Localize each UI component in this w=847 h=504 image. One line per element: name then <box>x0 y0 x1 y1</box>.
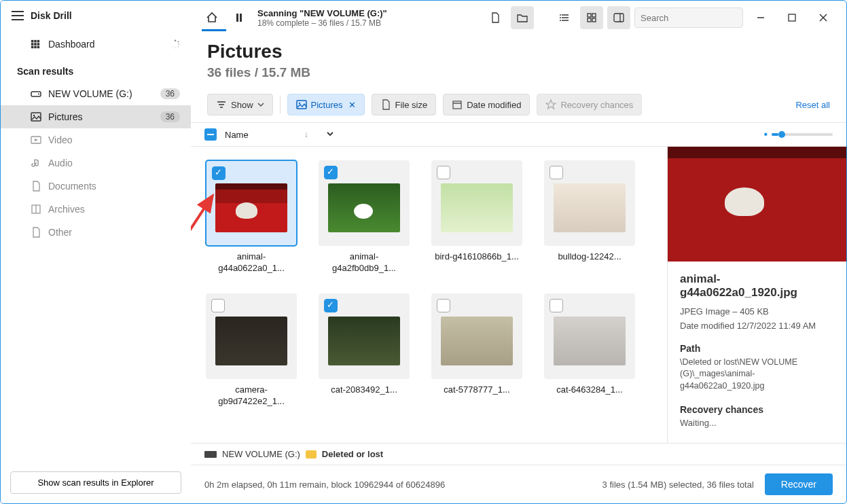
search-field[interactable] <box>641 13 755 23</box>
thumbnail-image <box>215 183 287 232</box>
file-card[interactable]: bulldog-12242... <box>539 160 641 274</box>
file-checkbox[interactable] <box>437 299 450 312</box>
svg-rect-3 <box>31 43 34 46</box>
app-title: Disk Drill <box>31 10 72 21</box>
svg-rect-8 <box>37 46 40 49</box>
file-card[interactable]: cat-2083492_1... <box>313 293 415 408</box>
file-checkbox[interactable] <box>211 299 225 312</box>
pause-button[interactable] <box>228 6 251 29</box>
breadcrumb: NEW VOLUME (G:) Deleted or lost <box>191 443 846 465</box>
file-checkbox[interactable] <box>324 166 338 179</box>
svg-rect-6 <box>31 46 34 49</box>
svg-point-14 <box>172 46 173 47</box>
file-checkbox[interactable] <box>437 166 450 179</box>
search-input[interactable] <box>634 7 743 28</box>
thumbnail-image <box>441 183 513 232</box>
minimize-icon <box>757 14 765 22</box>
folder-icon <box>306 450 317 458</box>
file-card[interactable]: camera-gb9d7422e2_1... <box>200 293 302 408</box>
list-icon <box>559 12 570 23</box>
chip-label: File size <box>395 100 428 110</box>
thumbnail-box[interactable] <box>431 160 522 246</box>
sidebar-item-audio[interactable]: Audio <box>1 151 191 175</box>
pictures-filter-chip[interactable]: Pictures ✕ <box>287 94 365 115</box>
minimize-button[interactable] <box>747 7 774 28</box>
close-button[interactable] <box>810 7 837 28</box>
sidebar-item-label: Documents <box>48 181 96 192</box>
chevron-down-icon <box>257 101 264 108</box>
sidebar-item-documents[interactable]: Documents <box>1 175 191 198</box>
thumbnail-box[interactable] <box>206 160 297 246</box>
breadcrumb-folder[interactable]: Deleted or lost <box>322 449 383 459</box>
sidebar-item-other[interactable]: Other <box>1 221 191 244</box>
sidebar-item-volume[interactable]: NEW VOLUME (G:) 36 <box>1 82 191 105</box>
breadcrumb-drive[interactable]: NEW VOLUME (G:) <box>222 449 300 459</box>
remove-chip-icon[interactable]: ✕ <box>348 100 356 110</box>
titlebar: Scanning "NEW VOLUME (G:)" 18% complete … <box>191 1 846 29</box>
preview-path-label: Path <box>680 343 834 354</box>
file-card[interactable]: animal-g44a0622a0_1... <box>200 160 302 274</box>
preview-toggle-button[interactable] <box>607 6 630 29</box>
file-card[interactable]: cat-5778777_1... <box>426 293 528 408</box>
recovery-chances-filter-button[interactable]: Recovery chances <box>537 94 642 115</box>
menu-icon[interactable] <box>12 11 24 20</box>
drive-icon <box>204 451 217 458</box>
file-checkbox[interactable] <box>324 299 338 312</box>
date-modified-filter-button[interactable]: Date modified <box>443 94 530 115</box>
show-in-explorer-button[interactable]: Show scan results in Explorer <box>10 471 181 494</box>
filter-bar: Show Pictures ✕ File size Date modified … <box>191 87 846 122</box>
svg-rect-33 <box>592 18 596 22</box>
svg-point-27 <box>560 14 561 16</box>
preview-panel: animal-g44a0622a0_1920.jpg JPEG Image – … <box>667 147 846 443</box>
svg-point-12 <box>178 46 179 48</box>
sidebar-item-archives[interactable]: Archives <box>1 198 191 221</box>
file-checkbox[interactable] <box>212 166 226 180</box>
file-view-button[interactable] <box>484 6 507 29</box>
list-view-button[interactable] <box>553 6 576 29</box>
page-subtitle: 36 files / 15.7 MB <box>207 65 830 80</box>
sidebar-item-label: NEW VOLUME (G:) <box>48 88 132 99</box>
thumbnail-box[interactable] <box>544 293 635 379</box>
file-name: camera-gb9d7422e2_1... <box>206 384 297 408</box>
thumbnail-image <box>328 183 400 232</box>
file-checkbox[interactable] <box>549 299 563 312</box>
other-icon <box>31 227 41 238</box>
show-filter-button[interactable]: Show <box>207 94 273 115</box>
sidebar-item-video[interactable]: Video <box>1 128 191 151</box>
sidebar-item-dashboard[interactable]: Dashboard <box>1 32 191 56</box>
folder-view-button[interactable] <box>511 6 534 29</box>
thumbnail-box[interactable] <box>319 160 410 246</box>
status-progress: 0h 2m elapsed, 0h 11m remain, block 1096… <box>204 480 445 490</box>
svg-point-13 <box>175 47 176 48</box>
file-size-filter-button[interactable]: File size <box>372 94 437 115</box>
main-panel: Scanning "NEW VOLUME (G:)" 18% complete … <box>191 1 846 503</box>
home-button[interactable] <box>200 6 223 29</box>
select-all-checkbox[interactable] <box>204 128 217 141</box>
file-card[interactable]: bird-g41610866b_1... <box>426 160 528 274</box>
thumbnail-image <box>441 317 513 365</box>
file-card[interactable]: animal-g4a2fb0db9_1... <box>313 160 415 274</box>
thumbnail-box[interactable] <box>431 293 522 379</box>
preview-recovery-label: Recovery chances <box>680 404 834 415</box>
thumbnail-box[interactable] <box>319 293 410 379</box>
column-name-header[interactable]: Name <box>225 130 249 140</box>
thumbnail-box[interactable] <box>544 160 635 246</box>
grid-view-button[interactable] <box>580 6 603 29</box>
file-checkbox[interactable] <box>549 166 563 179</box>
count-badge: 36 <box>160 111 180 122</box>
zoom-slider[interactable] <box>772 133 833 136</box>
svg-rect-2 <box>37 40 40 43</box>
chip-label: Recovery chances <box>560 100 633 110</box>
thumbnail-image <box>215 317 287 365</box>
thumbnail-box[interactable] <box>206 293 297 379</box>
thumbnail-image <box>554 183 626 232</box>
svg-rect-5 <box>37 43 40 46</box>
sidebar-item-pictures[interactable]: Pictures 36 <box>1 105 191 128</box>
expand-toggle[interactable] <box>326 130 334 140</box>
recover-button[interactable]: Recover <box>765 473 833 495</box>
sidebar-item-label: Audio <box>48 158 73 168</box>
reset-filters-link[interactable]: Reset all <box>795 100 830 110</box>
maximize-button[interactable] <box>778 7 806 28</box>
svg-point-29 <box>560 20 561 21</box>
file-card[interactable]: cat-6463284_1... <box>539 293 641 408</box>
